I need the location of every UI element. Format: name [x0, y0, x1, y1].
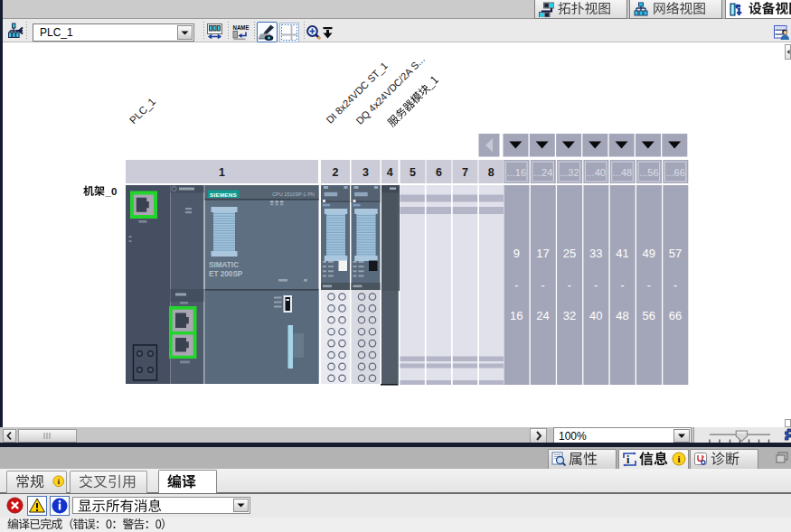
svg-text:9: 9: [513, 247, 520, 260]
svg-text:40: 40: [589, 309, 602, 322]
svg-text:5: 5: [410, 166, 416, 179]
svg-text:32: 32: [563, 309, 576, 322]
svg-text:8: 8: [488, 166, 494, 179]
svg-text:-: -: [514, 279, 518, 292]
svg-text:48: 48: [616, 309, 628, 322]
svg-text:17: 17: [536, 247, 549, 260]
svg-text:3: 3: [363, 166, 369, 179]
svg-text:ET 200SP: ET 200SP: [209, 270, 243, 278]
svg-text:-: -: [647, 279, 651, 292]
svg-text:57: 57: [669, 247, 682, 260]
svg-text:...16: ...16: [507, 167, 526, 178]
svg-text:25: 25: [563, 247, 576, 260]
svg-text:2: 2: [333, 166, 339, 179]
svg-text:NAME: NAME: [233, 23, 250, 32]
svg-text:49: 49: [643, 247, 655, 260]
svg-text:-: -: [673, 279, 677, 292]
svg-text:...40: ...40: [586, 167, 605, 178]
svg-text:i: i: [677, 453, 680, 464]
svg-text:-: -: [620, 279, 624, 292]
svg-text:SIEMENS: SIEMENS: [210, 191, 237, 198]
svg-text:24: 24: [536, 309, 549, 322]
svg-text:i: i: [57, 477, 60, 486]
svg-text:...32: ...32: [560, 167, 579, 178]
svg-text:...24: ...24: [533, 167, 552, 178]
svg-text:6: 6: [436, 166, 442, 179]
svg-text:33: 33: [589, 247, 602, 260]
svg-text:PLC_1: PLC_1: [127, 96, 157, 126]
svg-text:4: 4: [387, 166, 393, 179]
svg-text:56: 56: [643, 309, 655, 322]
svg-text:i: i: [626, 453, 630, 466]
svg-text:41: 41: [616, 247, 628, 260]
svg-text:...66: ...66: [665, 167, 684, 178]
svg-text:...48: ...48: [613, 167, 632, 178]
svg-text:-: -: [568, 279, 571, 292]
svg-text:...56: ...56: [639, 167, 658, 178]
svg-text:-: -: [594, 279, 598, 292]
svg-text:_0: _0: [105, 186, 118, 197]
svg-text:66: 66: [669, 309, 682, 322]
svg-text:SIMATIC: SIMATIC: [209, 261, 239, 269]
svg-text:7: 7: [462, 166, 468, 179]
svg-text:-: -: [541, 279, 545, 292]
svg-text:1: 1: [219, 166, 225, 179]
svg-text:16: 16: [510, 309, 523, 322]
svg-text:CPU 1510SP-1 PN: CPU 1510SP-1 PN: [272, 191, 315, 197]
